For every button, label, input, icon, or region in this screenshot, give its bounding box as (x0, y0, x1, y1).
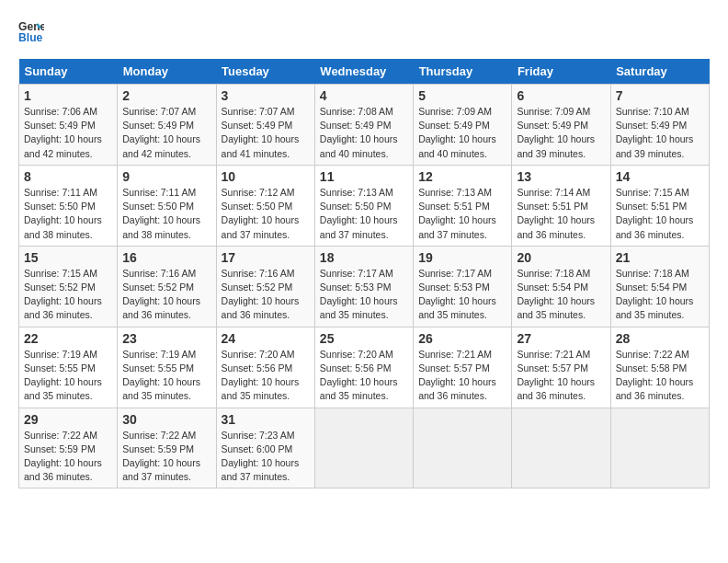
day-info: Sunrise: 7:08 AM Sunset: 5:49 PM Dayligh… (320, 105, 408, 161)
logo: General Blue (18, 18, 48, 44)
day-number: 6 (517, 88, 605, 103)
day-number: 23 (122, 331, 210, 346)
day-info: Sunrise: 7:19 AM Sunset: 5:55 PM Dayligh… (24, 348, 112, 404)
day-info: Sunrise: 7:10 AM Sunset: 5:49 PM Dayligh… (616, 105, 704, 161)
calendar-cell: 17Sunrise: 7:16 AM Sunset: 5:52 PM Dayli… (216, 246, 314, 327)
weekday-header-thursday: Thursday (414, 59, 512, 85)
calendar-cell (512, 408, 610, 488)
day-info: Sunrise: 7:20 AM Sunset: 5:56 PM Dayligh… (320, 348, 408, 404)
calendar-cell: 25Sunrise: 7:20 AM Sunset: 5:56 PM Dayli… (314, 327, 413, 408)
day-number: 28 (616, 331, 704, 346)
calendar-cell: 4Sunrise: 7:08 AM Sunset: 5:49 PM Daylig… (314, 85, 413, 166)
day-info: Sunrise: 7:21 AM Sunset: 5:57 PM Dayligh… (517, 348, 605, 404)
calendar-cell: 30Sunrise: 7:22 AM Sunset: 5:59 PM Dayli… (118, 408, 216, 488)
day-number: 22 (24, 331, 112, 346)
calendar-cell: 7Sunrise: 7:10 AM Sunset: 5:49 PM Daylig… (610, 85, 709, 166)
day-info: Sunrise: 7:17 AM Sunset: 5:53 PM Dayligh… (320, 267, 408, 323)
calendar-cell: 27Sunrise: 7:21 AM Sunset: 5:57 PM Dayli… (512, 327, 610, 408)
calendar-cell: 14Sunrise: 7:15 AM Sunset: 5:51 PM Dayli… (610, 165, 709, 246)
calendar-cell: 22Sunrise: 7:19 AM Sunset: 5:55 PM Dayli… (19, 327, 118, 408)
day-info: Sunrise: 7:15 AM Sunset: 5:52 PM Dayligh… (24, 267, 112, 323)
day-number: 1 (24, 88, 112, 103)
day-info: Sunrise: 7:15 AM Sunset: 5:51 PM Dayligh… (616, 186, 704, 242)
calendar-cell (414, 408, 512, 488)
day-info: Sunrise: 7:20 AM Sunset: 5:56 PM Dayligh… (222, 348, 310, 404)
calendar-cell: 18Sunrise: 7:17 AM Sunset: 5:53 PM Dayli… (314, 246, 413, 327)
day-info: Sunrise: 7:11 AM Sunset: 5:50 PM Dayligh… (24, 186, 112, 242)
day-number: 4 (320, 88, 408, 103)
day-info: Sunrise: 7:09 AM Sunset: 5:49 PM Dayligh… (517, 105, 605, 161)
weekday-header-saturday: Saturday (610, 59, 709, 85)
day-number: 16 (122, 250, 210, 265)
calendar-cell: 11Sunrise: 7:13 AM Sunset: 5:50 PM Dayli… (314, 165, 413, 246)
day-number: 25 (320, 331, 408, 346)
calendar-cell: 21Sunrise: 7:18 AM Sunset: 5:54 PM Dayli… (610, 246, 709, 327)
page-header: General Blue (18, 18, 710, 44)
day-info: Sunrise: 7:11 AM Sunset: 5:50 PM Dayligh… (122, 186, 210, 242)
calendar-week-2: 8Sunrise: 7:11 AM Sunset: 5:50 PM Daylig… (19, 165, 710, 246)
weekday-header-tuesday: Tuesday (216, 59, 314, 85)
calendar-week-3: 15Sunrise: 7:15 AM Sunset: 5:52 PM Dayli… (19, 246, 710, 327)
day-info: Sunrise: 7:21 AM Sunset: 5:57 PM Dayligh… (418, 348, 506, 404)
day-info: Sunrise: 7:12 AM Sunset: 5:50 PM Dayligh… (222, 186, 310, 242)
calendar-body: 1Sunrise: 7:06 AM Sunset: 5:49 PM Daylig… (19, 85, 710, 488)
calendar-cell: 6Sunrise: 7:09 AM Sunset: 5:49 PM Daylig… (512, 85, 610, 166)
weekday-header-wednesday: Wednesday (314, 59, 413, 85)
day-info: Sunrise: 7:16 AM Sunset: 5:52 PM Dayligh… (222, 267, 310, 323)
day-number: 14 (616, 169, 704, 184)
day-number: 12 (418, 169, 506, 184)
day-info: Sunrise: 7:19 AM Sunset: 5:55 PM Dayligh… (122, 348, 210, 404)
day-number: 13 (517, 169, 605, 184)
day-info: Sunrise: 7:14 AM Sunset: 5:51 PM Dayligh… (517, 186, 605, 242)
day-number: 24 (222, 331, 310, 346)
day-info: Sunrise: 7:18 AM Sunset: 5:54 PM Dayligh… (616, 267, 704, 323)
day-info: Sunrise: 7:06 AM Sunset: 5:49 PM Dayligh… (24, 105, 112, 161)
day-number: 8 (24, 169, 112, 184)
calendar-cell: 12Sunrise: 7:13 AM Sunset: 5:51 PM Dayli… (414, 165, 512, 246)
calendar-cell: 19Sunrise: 7:17 AM Sunset: 5:53 PM Dayli… (414, 246, 512, 327)
calendar-week-4: 22Sunrise: 7:19 AM Sunset: 5:55 PM Dayli… (19, 327, 710, 408)
day-number: 27 (517, 331, 605, 346)
day-info: Sunrise: 7:13 AM Sunset: 5:51 PM Dayligh… (418, 186, 506, 242)
day-number: 10 (222, 169, 310, 184)
day-info: Sunrise: 7:07 AM Sunset: 5:49 PM Dayligh… (122, 105, 210, 161)
calendar-cell: 10Sunrise: 7:12 AM Sunset: 5:50 PM Dayli… (216, 165, 314, 246)
day-number: 31 (222, 412, 310, 427)
day-info: Sunrise: 7:09 AM Sunset: 5:49 PM Dayligh… (418, 105, 506, 161)
calendar-cell: 26Sunrise: 7:21 AM Sunset: 5:57 PM Dayli… (414, 327, 512, 408)
calendar-table: SundayMondayTuesdayWednesdayThursdayFrid… (18, 59, 710, 488)
day-number: 3 (222, 88, 310, 103)
calendar-cell: 29Sunrise: 7:22 AM Sunset: 5:59 PM Dayli… (19, 408, 118, 488)
day-info: Sunrise: 7:22 AM Sunset: 5:59 PM Dayligh… (122, 429, 210, 485)
day-number: 18 (320, 250, 408, 265)
calendar-cell: 20Sunrise: 7:18 AM Sunset: 5:54 PM Dayli… (512, 246, 610, 327)
day-number: 26 (418, 331, 506, 346)
day-info: Sunrise: 7:23 AM Sunset: 6:00 PM Dayligh… (222, 429, 310, 485)
calendar-cell: 15Sunrise: 7:15 AM Sunset: 5:52 PM Dayli… (19, 246, 118, 327)
calendar-cell: 9Sunrise: 7:11 AM Sunset: 5:50 PM Daylig… (118, 165, 216, 246)
calendar-cell (610, 408, 709, 488)
day-info: Sunrise: 7:17 AM Sunset: 5:53 PM Dayligh… (418, 267, 506, 323)
calendar-cell: 24Sunrise: 7:20 AM Sunset: 5:56 PM Dayli… (216, 327, 314, 408)
calendar-cell (314, 408, 413, 488)
day-number: 15 (24, 250, 112, 265)
day-number: 21 (616, 250, 704, 265)
calendar-cell: 5Sunrise: 7:09 AM Sunset: 5:49 PM Daylig… (414, 85, 512, 166)
weekday-header-row: SundayMondayTuesdayWednesdayThursdayFrid… (19, 59, 710, 85)
calendar-cell: 2Sunrise: 7:07 AM Sunset: 5:49 PM Daylig… (118, 85, 216, 166)
day-number: 11 (320, 169, 408, 184)
calendar-cell: 13Sunrise: 7:14 AM Sunset: 5:51 PM Dayli… (512, 165, 610, 246)
day-info: Sunrise: 7:07 AM Sunset: 5:49 PM Dayligh… (222, 105, 310, 161)
day-number: 30 (122, 412, 210, 427)
calendar-cell: 8Sunrise: 7:11 AM Sunset: 5:50 PM Daylig… (19, 165, 118, 246)
calendar-cell: 16Sunrise: 7:16 AM Sunset: 5:52 PM Dayli… (118, 246, 216, 327)
day-info: Sunrise: 7:22 AM Sunset: 5:59 PM Dayligh… (24, 429, 112, 485)
day-info: Sunrise: 7:22 AM Sunset: 5:58 PM Dayligh… (616, 348, 704, 404)
calendar-cell: 23Sunrise: 7:19 AM Sunset: 5:55 PM Dayli… (118, 327, 216, 408)
day-number: 29 (24, 412, 112, 427)
day-number: 5 (418, 88, 506, 103)
calendar-week-1: 1Sunrise: 7:06 AM Sunset: 5:49 PM Daylig… (19, 85, 710, 166)
day-info: Sunrise: 7:18 AM Sunset: 5:54 PM Dayligh… (517, 267, 605, 323)
day-number: 7 (616, 88, 704, 103)
day-number: 17 (222, 250, 310, 265)
